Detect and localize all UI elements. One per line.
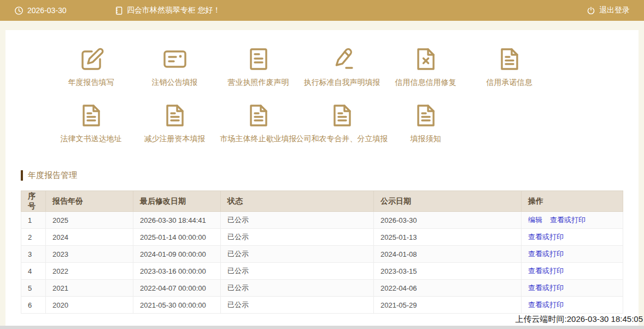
menu-item-4[interactable]: 执行标准自我声明填报 [300, 41, 384, 95]
cell-actions: 查看或打印 [522, 280, 623, 297]
license-icon [115, 6, 123, 15]
menu-item-5[interactable]: 信用信息信用修复 [384, 41, 467, 95]
doc-fold-lines-icon [76, 97, 107, 134]
current-date: 2026-03-30 [27, 6, 67, 15]
view-or-print-link[interactable]: 查看或打印 [550, 216, 586, 224]
pencil-icon [327, 41, 358, 77]
doc-fold-lines-icon [494, 41, 525, 77]
menu-grid: 年度报告填写注销公告填报营业执照作废声明执行标准自我声明填报信用信息信用修复信用… [49, 41, 558, 154]
card-lines-icon [160, 41, 190, 77]
cell-published: 2022-04-06 [374, 280, 522, 297]
logout-button[interactable]: 退出登录 [587, 5, 630, 15]
view-or-print-link[interactable]: 查看或打印 [528, 301, 564, 309]
table-row: 620202021-05-30 00:00:00已公示2021-05-29查看或… [21, 297, 623, 314]
topbar: 2026-03-30 四会市林然翡翠专柜 您好！ 退出登录 [0, 0, 644, 21]
cell-modified: 2026-03-30 18:44:41 [133, 212, 221, 229]
menu-item-label: 填报须知 [411, 134, 441, 143]
table-row: 420222023-03-16 00:00:00已公示2023-03-15查看或… [21, 263, 623, 280]
table-row: 520212022-04-07 00:00:00已公示2022-04-06查看或… [21, 280, 623, 297]
menu-item-label: 减少注册资本填报 [144, 134, 206, 143]
menu-item-label: 法律文书送达地址 [61, 134, 122, 143]
view-or-print-link[interactable]: 查看或打印 [528, 267, 564, 275]
cell-published: 2023-03-15 [374, 263, 522, 280]
column-header-1: 序号 [21, 191, 46, 212]
doc-x-icon [411, 41, 441, 77]
column-header-6: 操作 [522, 191, 623, 212]
cell-actions: 查看或打印 [522, 297, 623, 314]
cell-no: 2 [21, 229, 46, 246]
main-panel: 年度报告填写注销公告填报营业执照作废声明执行标准自我声明填报信用信息信用修复信用… [5, 30, 639, 326]
annual-report-table: 序号报告年份最后修改日期状态公示日期操作 120252026-03-30 18:… [21, 191, 623, 314]
company-greeting-group: 四会市林然翡翠专柜 您好！ [115, 5, 221, 15]
edit-link[interactable]: 编辑 [528, 216, 542, 224]
cell-year: 2025 [46, 212, 133, 229]
cell-year: 2021 [46, 280, 133, 297]
column-header-2: 报告年份 [46, 191, 133, 212]
view-or-print-link[interactable]: 查看或打印 [528, 233, 564, 241]
table-header-row: 序号报告年份最后修改日期状态公示日期操作 [21, 191, 623, 212]
cell-year: 2023 [46, 246, 133, 263]
table-row: 320232024-01-09 00:00:00已公示2024-01-08查看或… [21, 246, 623, 263]
cell-status: 已公示 [221, 229, 374, 246]
cell-actions: 查看或打印 [522, 246, 623, 263]
menu-item-9[interactable]: 市场主体终止歇业填报 [216, 97, 300, 152]
cell-status: 已公示 [221, 212, 374, 229]
section-header: 年度报告管理 [21, 170, 639, 181]
cell-status: 已公示 [221, 297, 374, 314]
menu-item-10[interactable]: 公司和农专合并、分立填报 [300, 97, 384, 152]
cell-year: 2022 [46, 263, 133, 280]
table-row: 120252026-03-30 18:44:41已公示2026-03-30编辑查… [21, 212, 623, 229]
cell-published: 2024-01-08 [374, 246, 522, 263]
company-greeting: 四会市林然翡翠专柜 您好！ [127, 5, 221, 15]
cell-status: 已公示 [221, 280, 374, 297]
cell-year: 2024 [46, 229, 133, 246]
cell-modified: 2021-05-30 00:00:00 [133, 297, 221, 314]
menu-item-11[interactable]: 填报须知 [384, 97, 467, 152]
menu-item-8[interactable]: 减少注册资本填报 [133, 97, 216, 152]
menu-item-label: 信用信息信用修复 [395, 77, 456, 87]
cell-published: 2021-05-29 [374, 297, 522, 314]
column-header-3: 最后修改日期 [133, 191, 221, 212]
menu-item-label: 营业执照作废声明 [228, 77, 289, 87]
bottom-strip [0, 326, 644, 329]
view-or-print-link[interactable]: 查看或打印 [528, 284, 564, 292]
view-or-print-link[interactable]: 查看或打印 [528, 250, 564, 258]
cell-no: 1 [21, 212, 46, 229]
menu-item-label: 执行标准自我声明填报 [304, 77, 380, 87]
cell-published: 2026-03-30 [374, 212, 522, 229]
menu-item-6[interactable]: 信用承诺信息 [467, 41, 551, 95]
doc-lines-icon [243, 41, 274, 77]
section-accent-bar [21, 170, 23, 181]
cell-no: 6 [21, 297, 46, 314]
menu-item-2[interactable]: 注销公告填报 [133, 41, 216, 95]
doc-fold-lines-icon [243, 97, 274, 134]
menu-item-7[interactable]: 法律文书送达地址 [49, 97, 133, 152]
upload-time-label: 上传云端时间:2026-03-30 18:45:05 [516, 314, 643, 325]
section-title: 年度报告管理 [28, 170, 77, 181]
logout-label: 退出登录 [599, 5, 630, 15]
cell-modified: 2023-03-16 00:00:00 [133, 263, 221, 280]
menu-item-label: 注销公告填报 [152, 77, 198, 87]
cell-published: 2025-01-13 [374, 229, 522, 246]
menu-item-label: 信用承诺信息 [487, 77, 532, 87]
doc-fold-lines-icon [160, 97, 190, 134]
cell-modified: 2025-01-14 00:00:00 [133, 229, 221, 246]
cell-no: 5 [21, 280, 46, 297]
current-date-group: 2026-03-30 [14, 6, 67, 15]
cell-no: 4 [21, 263, 46, 280]
menu-item-label: 市场主体终止歇业填报 [220, 134, 297, 143]
cell-modified: 2022-04-07 00:00:00 [133, 280, 221, 297]
cell-status: 已公示 [221, 263, 374, 280]
menu-item-label: 年度报告填写 [68, 77, 114, 87]
cell-no: 3 [21, 246, 46, 263]
menu-item-1[interactable]: 年度报告填写 [49, 41, 133, 95]
doc-fold-lines-icon [327, 97, 358, 134]
menu-item-3[interactable]: 营业执照作废声明 [216, 41, 300, 95]
clock-icon [14, 6, 24, 15]
cell-year: 2020 [46, 297, 133, 314]
doc-fold-lines-icon [411, 97, 441, 134]
column-header-5: 公示日期 [374, 191, 522, 212]
cell-actions: 查看或打印 [522, 263, 623, 280]
table-row: 220242025-01-14 00:00:00已公示2025-01-13查看或… [21, 229, 623, 246]
cell-status: 已公示 [221, 246, 374, 263]
